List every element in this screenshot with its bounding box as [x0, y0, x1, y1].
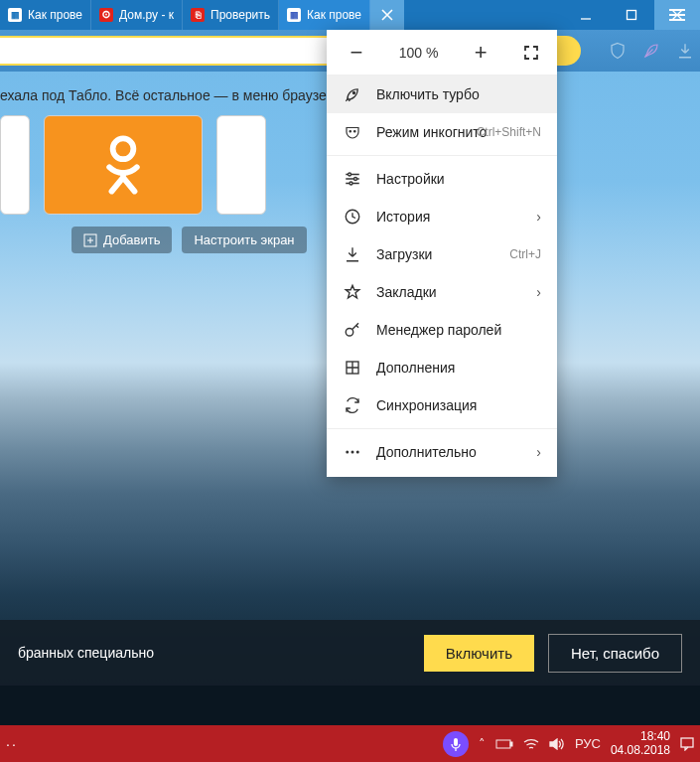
volume-icon[interactable] [549, 738, 565, 750]
menu-item-label: Включить турбо [376, 86, 480, 102]
system-tray[interactable]: ˄ РУС 18:40 04.08.2018 [479, 730, 700, 756]
notifications-icon[interactable] [680, 737, 694, 751]
plus-box-icon [83, 233, 97, 247]
zoom-in-button[interactable]: + [469, 40, 492, 66]
tab-label: Как прове [307, 8, 361, 22]
voice-assistant-button[interactable] [443, 731, 469, 757]
wifi-icon[interactable] [523, 738, 539, 750]
svg-point-6 [349, 173, 351, 176]
menu-item-addons[interactable]: Дополнения [327, 349, 557, 386]
browser-main-menu: − 100 % + Включить турбо Режим инкогнито… [327, 30, 557, 477]
menu-item-passwords[interactable]: Менеджер паролей [327, 311, 557, 349]
menu-item-label: Синхронизация [376, 397, 477, 413]
svg-point-12 [346, 451, 349, 454]
promo-text: бранных специально [18, 645, 154, 661]
promo-enable-button[interactable]: Включить [424, 635, 534, 672]
tab-favicon: ▦ [8, 8, 22, 22]
dots-icon [343, 442, 362, 462]
key-icon [343, 320, 362, 340]
svg-rect-17 [510, 742, 512, 746]
tab-favicon: ▦ [287, 8, 301, 22]
download-icon [343, 244, 362, 264]
windows-taskbar[interactable]: ·· ˄ РУС 18:40 04.08.2018 [0, 725, 700, 762]
input-language[interactable]: РУС [575, 736, 601, 751]
tab-label: Дом.ру - к [119, 8, 174, 22]
svg-point-14 [356, 451, 359, 454]
menu-item-label: Дополнения [376, 360, 455, 376]
window-minimize-button[interactable] [563, 0, 609, 30]
star-icon [343, 282, 362, 302]
menu-item-downloads[interactable]: Загрузки Ctrl+J [327, 235, 557, 273]
tray-chevron-up-icon[interactable]: ˄ [479, 736, 486, 751]
menu-item-label: Режим инкогнито [376, 124, 487, 140]
taskbar-overflow-icon[interactable]: ·· [0, 736, 18, 752]
speed-dial-tile-ok[interactable] [44, 115, 203, 215]
menu-item-shortcut: Ctrl+Shift+N [477, 125, 541, 139]
odnoklassniki-icon [98, 135, 148, 195]
dark-gap [0, 686, 700, 725]
zoom-row: − 100 % + [327, 30, 557, 76]
sliders-icon [343, 169, 362, 189]
menu-item-incognito[interactable]: Режим инкогнито Ctrl+Shift+N [327, 113, 557, 151]
add-tile-button[interactable]: Добавить [71, 227, 172, 253]
svg-point-1 [113, 138, 134, 159]
feather-icon[interactable] [642, 42, 660, 60]
window-maximize-button[interactable] [609, 0, 654, 30]
svg-rect-0 [628, 11, 636, 20]
menu-item-shortcut: Ctrl+J [509, 247, 541, 261]
menu-item-more[interactable]: Дополнительно › [327, 433, 557, 471]
zoom-out-button[interactable]: − [345, 40, 368, 66]
tab-label: Проверить [210, 8, 270, 22]
add-tile-label: Добавить [103, 232, 160, 247]
speed-dial-tile[interactable] [0, 115, 30, 215]
menu-item-settings[interactable]: Настройки [327, 160, 557, 198]
svg-point-3 [352, 91, 354, 93]
window-close-button[interactable] [654, 0, 700, 30]
menu-item-bookmarks[interactable]: Закладки › [327, 273, 557, 311]
zoom-value: 100 % [399, 45, 439, 61]
menu-item-label: Дополнительно [376, 444, 477, 460]
svg-point-7 [354, 178, 357, 181]
window-controls [563, 0, 700, 30]
configure-screen-button[interactable]: Настроить экран [182, 227, 306, 253]
browser-tab[interactable]: ▦Как прове [0, 0, 91, 30]
promo-decline-button[interactable]: Нет, спасибо [548, 634, 682, 673]
shield-icon[interactable] [609, 42, 627, 60]
chevron-right-icon: › [536, 209, 541, 225]
menu-separator [327, 155, 557, 156]
browser-tab[interactable]: ▦Как прове [279, 0, 370, 30]
fullscreen-button[interactable] [523, 45, 539, 61]
browser-tab[interactable]: ⵙДом.ру - к [91, 0, 183, 30]
rocket-icon [343, 84, 362, 104]
speed-dial-tiles [0, 115, 266, 215]
puzzle-icon [343, 358, 362, 378]
configure-screen-label: Настроить экран [194, 232, 294, 247]
clock-icon [343, 207, 362, 227]
tab-strip: ▦Как провеⵙДом.ру - к⎘Проверить▦Как пров… [0, 0, 370, 30]
taskbar-clock[interactable]: 18:40 04.08.2018 [611, 730, 670, 756]
download-icon[interactable] [676, 42, 694, 60]
browser-tab[interactable]: ⎘Проверить [183, 0, 279, 30]
menu-item-label: История [376, 209, 430, 225]
menu-item-label: Менеджер паролей [376, 322, 501, 338]
menu-item-label: Закладки [376, 284, 437, 300]
speed-dial-tile[interactable] [216, 115, 266, 215]
menu-item-turbo[interactable]: Включить турбо [327, 76, 557, 113]
promo-bar: бранных специально Включить Нет, спасибо [0, 620, 700, 686]
browser-titlebar: ▦Как провеⵙДом.ру - к⎘Проверить▦Как пров… [0, 0, 700, 30]
menu-item-sync[interactable]: Синхронизация [327, 386, 557, 424]
battery-icon[interactable] [495, 739, 513, 749]
menu-item-history[interactable]: История › [327, 198, 557, 235]
menu-item-label: Настройки [376, 171, 445, 187]
svg-point-10 [346, 329, 353, 337]
svg-rect-15 [454, 738, 458, 746]
menu-item-label: Загрузки [376, 246, 432, 262]
svg-rect-18 [681, 738, 693, 747]
clock-date: 04.08.2018 [611, 744, 670, 757]
clock-time: 18:40 [611, 730, 670, 743]
svg-point-13 [351, 451, 354, 454]
new-tab-button[interactable] [370, 0, 404, 30]
tab-favicon: ⎘ [191, 8, 205, 22]
svg-point-8 [350, 182, 352, 185]
tab-favicon: ⵙ [99, 8, 113, 22]
